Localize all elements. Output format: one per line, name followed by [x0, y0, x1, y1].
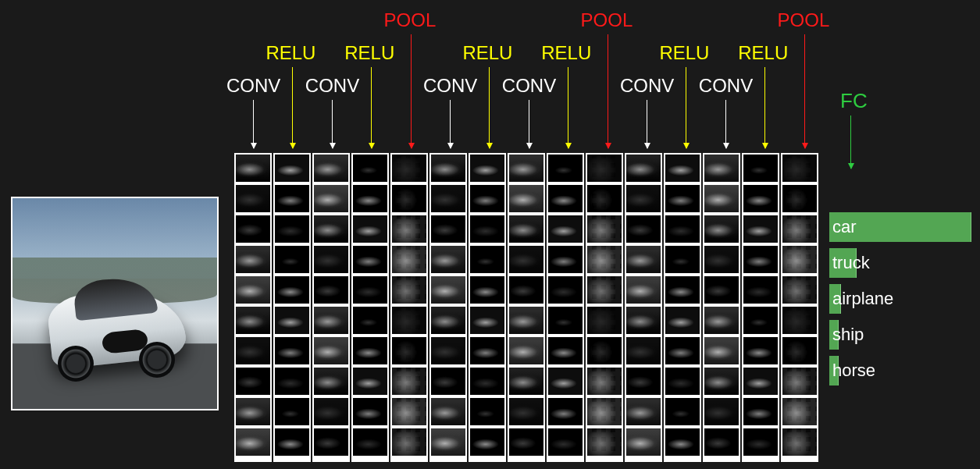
- layer-label-conv5: CONV: [620, 75, 674, 97]
- feature-cell: [275, 428, 309, 456]
- feature-cell: [470, 307, 504, 334]
- feature-cell: [236, 155, 270, 182]
- feature-cell: [353, 307, 387, 334]
- arrow-icon: [647, 100, 647, 148]
- feature-cell: [353, 428, 387, 456]
- feature-column-relu6: [742, 153, 779, 462]
- feature-cell: [743, 398, 778, 425]
- feature-cell: [743, 307, 778, 334]
- feature-cell: [743, 215, 778, 243]
- feature-column-relu2: [351, 153, 389, 462]
- feature-cell: [236, 368, 270, 395]
- feature-column-conv3: [429, 153, 467, 462]
- arrow-icon: [804, 34, 805, 148]
- feature-cell: [587, 398, 622, 425]
- prediction-label: ship: [832, 325, 864, 345]
- layer-label-relu3: RELU: [462, 42, 512, 64]
- feature-cell: [704, 155, 739, 182]
- input-image: [11, 197, 219, 410]
- feature-cell: [743, 155, 778, 182]
- feature-cell: [509, 368, 543, 395]
- feature-cell: [431, 215, 465, 243]
- layer-label-relu1: RELU: [265, 42, 315, 64]
- feature-cell: [431, 307, 465, 334]
- arrow-icon: [568, 67, 568, 148]
- feature-column-relu4: [547, 153, 584, 462]
- feature-cell: [314, 246, 348, 273]
- feature-cell: [548, 185, 583, 212]
- prediction-row: ship: [829, 320, 979, 350]
- feature-cell: [509, 307, 543, 334]
- feature-cell: [470, 246, 504, 273]
- feature-cell: [704, 246, 739, 273]
- feature-cell: [782, 246, 817, 273]
- feature-cell: [392, 276, 426, 304]
- feature-cell: [743, 276, 778, 304]
- feature-cell: [314, 155, 348, 182]
- layer-label-pool2: POOL: [581, 9, 633, 31]
- feature-cell: [626, 368, 661, 395]
- layer-label-relu4: RELU: [541, 42, 591, 64]
- layer-label-conv2: CONV: [305, 75, 359, 97]
- feature-cell: [314, 428, 348, 456]
- feature-cell: [470, 398, 504, 425]
- feature-cell: [509, 428, 543, 456]
- feature-cell: [236, 276, 270, 304]
- layer-label-relu5: RELU: [659, 42, 709, 64]
- feature-cell: [470, 276, 504, 304]
- feature-cell: [353, 185, 387, 212]
- feature-cell: [470, 428, 504, 456]
- feature-cell: [275, 276, 309, 304]
- feature-cell: [275, 246, 309, 273]
- feature-cell: [392, 185, 426, 212]
- feature-cell: [626, 428, 661, 456]
- layer-label-relu6: RELU: [738, 42, 788, 64]
- feature-cell: [665, 185, 700, 212]
- feature-cell: [509, 185, 543, 212]
- feature-cell: [743, 428, 778, 456]
- feature-cell: [548, 398, 583, 425]
- feature-cell: [782, 276, 817, 304]
- prediction-label: horse: [832, 361, 875, 381]
- feature-cell: [431, 398, 465, 425]
- feature-cell: [587, 155, 622, 182]
- feature-cell: [392, 155, 426, 182]
- feature-column-pool3: [781, 153, 818, 462]
- feature-cell: [236, 307, 270, 334]
- feature-cell: [548, 276, 583, 304]
- feature-cell: [470, 337, 504, 364]
- layer-label-relu2: RELU: [344, 42, 394, 64]
- feature-cell: [314, 185, 348, 212]
- feature-cell: [704, 337, 739, 364]
- feature-cell: [509, 246, 543, 273]
- fc-arrow-icon: [850, 115, 851, 169]
- feature-cell: [587, 185, 622, 212]
- feature-cell: [626, 185, 661, 212]
- prediction-row: horse: [829, 356, 979, 386]
- arrow-icon: [608, 34, 608, 148]
- feature-cell: [392, 337, 426, 364]
- feature-cell: [782, 337, 817, 364]
- feature-cell: [626, 155, 661, 182]
- feature-cell: [509, 215, 543, 243]
- feature-cell: [548, 155, 583, 182]
- feature-cell: [353, 368, 387, 395]
- feature-cell: [275, 185, 309, 212]
- feature-cell: [665, 155, 700, 182]
- feature-cell: [665, 215, 700, 243]
- feature-cell: [314, 337, 348, 364]
- feature-column-relu3: [469, 153, 506, 462]
- feature-cell: [665, 337, 700, 364]
- feature-cell: [743, 246, 778, 273]
- fc-output: cartruckairplaneshiphorse: [829, 212, 979, 392]
- feature-cell: [587, 276, 622, 304]
- feature-cell: [704, 398, 739, 425]
- prediction-label: airplane: [832, 289, 893, 309]
- arrow-icon: [764, 67, 765, 148]
- feature-cell: [275, 155, 309, 182]
- arrow-icon: [450, 100, 451, 148]
- feature-cell: [548, 428, 583, 456]
- feature-cell: [236, 246, 270, 273]
- feature-cell: [509, 155, 543, 182]
- feature-cell: [782, 215, 817, 243]
